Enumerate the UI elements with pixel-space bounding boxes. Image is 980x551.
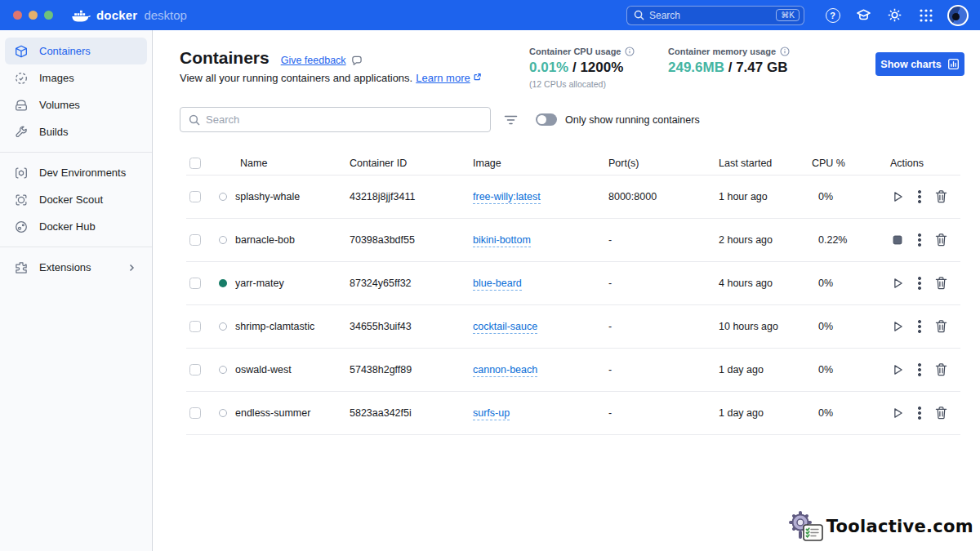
start-button[interactable]	[890, 276, 905, 291]
running-only-toggle[interactable]	[536, 113, 557, 126]
show-charts-button[interactable]: Show charts	[875, 52, 964, 76]
sidebar-item-containers[interactable]: Containers	[5, 38, 147, 64]
image-link[interactable]: cannon-beach	[473, 364, 537, 377]
select-all-checkbox[interactable]	[189, 158, 201, 169]
sidebar-divider	[0, 247, 152, 247]
kebab-icon	[918, 190, 921, 203]
sidebar-item-builds[interactable]: Builds	[5, 118, 147, 145]
table-row: splashy-whale 43218j8jjf3411 free-willy:…	[186, 176, 960, 219]
delete-button[interactable]	[934, 233, 948, 247]
cpu-used: 0.01%	[529, 60, 568, 75]
column-header-last-started[interactable]: Last started	[719, 158, 807, 169]
search-icon	[189, 114, 200, 126]
search-icon	[634, 10, 644, 20]
container-ports: 8000:8000	[608, 191, 719, 202]
volumes-icon	[14, 98, 29, 113]
more-actions-button[interactable]	[918, 277, 921, 290]
table-header-row: Name Container ID Image Port(s) Last sta…	[186, 151, 960, 176]
column-header-image[interactable]: Image	[473, 158, 608, 169]
search-shortcut-badge: ⌘K	[776, 9, 800, 21]
kebab-icon	[918, 407, 921, 420]
container-id: 5823aa342f5i	[350, 407, 473, 419]
stop-button[interactable]	[890, 233, 905, 247]
page-subtitle: View all your running containers and app…	[180, 72, 482, 84]
sidebar-item-docker-scout[interactable]: Docker Scout	[5, 186, 147, 213]
containers-search[interactable]	[180, 107, 491, 132]
whale-logo-icon	[71, 8, 91, 23]
learning-center-button[interactable]	[855, 7, 872, 24]
column-header-name[interactable]: Name	[219, 158, 350, 169]
start-button[interactable]	[890, 406, 905, 420]
status-dot-icon	[219, 236, 227, 244]
container-name: shrimp-clamtastic	[235, 321, 314, 332]
dev-environments-icon	[14, 166, 29, 180]
help-button[interactable]: ?	[824, 7, 841, 24]
row-checkbox[interactable]	[189, 407, 201, 419]
cpu-usage-metric: Container CPU usage 0.01% / 1200% (12 CP…	[529, 47, 635, 89]
delete-button[interactable]	[934, 362, 948, 377]
start-button[interactable]	[890, 362, 905, 377]
container-name: oswald-west	[235, 364, 292, 375]
sidebar-item-docker-hub[interactable]: Docker Hub	[5, 213, 147, 240]
sidebar-item-images[interactable]: Images	[5, 64, 147, 91]
bar-chart-icon	[947, 58, 960, 70]
more-actions-button[interactable]	[918, 407, 921, 420]
column-header-container-id[interactable]: Container ID	[350, 158, 473, 169]
trash-icon	[934, 276, 948, 291]
learn-more-link[interactable]: Learn more	[416, 72, 470, 84]
containers-search-input[interactable]	[206, 113, 482, 126]
sidebar-label: Dev Environments	[39, 167, 126, 179]
status-dot-icon	[219, 279, 227, 287]
row-checkbox[interactable]	[189, 191, 201, 202]
global-search-input[interactable]	[649, 10, 771, 21]
maximize-window-icon[interactable]	[44, 11, 53, 20]
column-header-ports[interactable]: Port(s)	[608, 158, 719, 169]
more-actions-button[interactable]	[918, 363, 921, 376]
more-actions-button[interactable]	[918, 320, 921, 333]
image-link[interactable]: blue-beard	[473, 278, 522, 291]
window-controls[interactable]	[13, 11, 53, 20]
learning-center-icon	[855, 7, 872, 24]
sidebar-label: Volumes	[39, 99, 80, 111]
delete-button[interactable]	[934, 276, 948, 291]
cpu-percent: 0%	[807, 191, 890, 202]
start-button[interactable]	[890, 319, 905, 334]
delete-button[interactable]	[934, 406, 948, 420]
row-checkbox[interactable]	[189, 278, 201, 289]
close-window-icon[interactable]	[13, 11, 22, 20]
user-avatar[interactable]	[947, 5, 969, 26]
give-feedback-link[interactable]: Give feedback	[281, 55, 363, 66]
info-icon	[625, 47, 635, 56]
apps-menu-button[interactable]	[917, 7, 934, 24]
more-actions-button[interactable]	[918, 233, 921, 247]
image-link[interactable]: surfs-up	[473, 407, 510, 420]
sidebar-item-volumes[interactable]: Volumes	[5, 91, 147, 118]
row-checkbox[interactable]	[189, 234, 201, 246]
row-checkbox[interactable]	[189, 364, 201, 375]
kebab-icon	[918, 363, 921, 376]
gear-checklist-icon	[788, 510, 824, 543]
container-id: 70398a3bdf55	[350, 234, 473, 246]
sidebar-item-dev-environments[interactable]: Dev Environments	[5, 159, 147, 186]
play-icon	[890, 319, 905, 334]
minimize-window-icon[interactable]	[29, 11, 38, 20]
image-link[interactable]: bikini-bottom	[473, 234, 531, 247]
image-link[interactable]: free-willy:latest	[473, 191, 541, 204]
image-link[interactable]: cocktail-sauce	[473, 321, 537, 334]
sidebar-item-extensions[interactable]: Extensions	[5, 254, 147, 281]
sidebar-divider	[0, 152, 152, 153]
filter-icon[interactable]	[504, 114, 518, 126]
extensions-icon	[14, 260, 29, 275]
row-checkbox[interactable]	[189, 321, 201, 332]
settings-button[interactable]	[886, 7, 903, 24]
docker-hub-icon	[14, 220, 29, 234]
delete-button[interactable]	[934, 319, 948, 334]
global-search[interactable]: ⌘K	[626, 6, 804, 25]
delete-button[interactable]	[934, 189, 948, 204]
kebab-icon	[918, 233, 921, 247]
more-actions-button[interactable]	[918, 190, 921, 203]
column-header-cpu[interactable]: CPU %	[807, 158, 890, 169]
app-name-docker: docker	[96, 8, 137, 22]
play-icon	[890, 362, 905, 377]
start-button[interactable]	[890, 189, 905, 204]
